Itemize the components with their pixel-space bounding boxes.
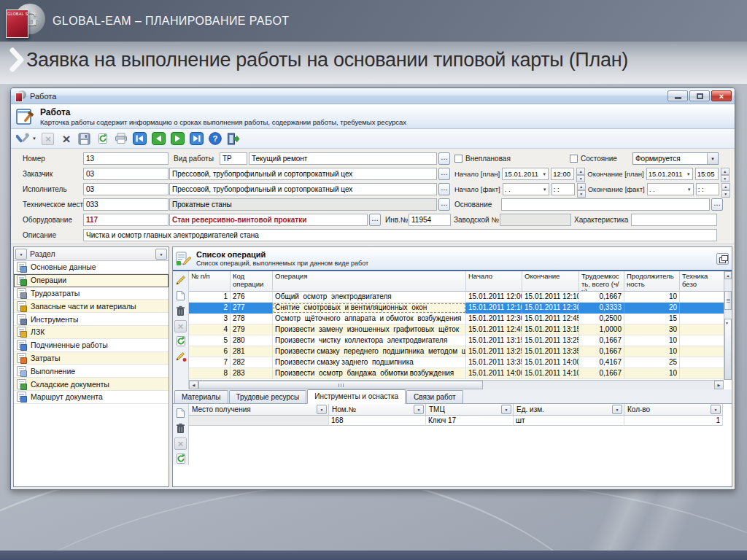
sidebar-item-5[interactable]: ЛЗК <box>14 326 169 339</box>
operation-row-1[interactable]: 1276Общий осмотр электродвигателя15.01.2… <box>189 292 725 303</box>
time-spinner[interactable]: ▲▼ <box>721 183 730 195</box>
field-opisanie[interactable]: Чистка и осмотр главных электродвигателе… <box>83 229 717 241</box>
filter-dropdown-button[interactable]: ▼ <box>711 405 721 414</box>
sidebar-item-8[interactable]: Выполнение <box>14 365 169 378</box>
tab-2[interactable]: Инструменты и оснастка <box>307 389 406 404</box>
field-vid-raboty-name[interactable]: Текущий ремонт <box>249 152 437 165</box>
sidebar-item-9[interactable]: Складские документы <box>14 378 169 391</box>
scroll-left-button[interactable]: ◀ <box>189 381 198 389</box>
refresh-icon[interactable] <box>96 131 109 146</box>
time-spinner[interactable]: ▲▼ <box>577 183 586 195</box>
okonchanie-fakt-date[interactable]: . .▼ <box>647 183 694 195</box>
okonchanie-fakt-time[interactable]: : : <box>696 183 719 195</box>
okonchanie-plan-date[interactable]: 15.01.2011▼ <box>646 168 693 180</box>
field-vid-raboty-code[interactable]: ТР <box>220 152 247 165</box>
sidebar-item-6[interactable]: Подчиненные работы <box>14 339 169 352</box>
tree-dropdown-left[interactable]: ▼ <box>15 249 27 260</box>
operation-row-3[interactable]: 3278Осмотр щёточного аппарата и обмоток … <box>189 314 725 324</box>
operations-column-header-4[interactable]: Окончание <box>522 271 579 292</box>
nav-next-icon[interactable] <box>171 131 185 146</box>
field-tech-mesto-code[interactable]: 033 <box>83 198 169 211</box>
scroll-down-button[interactable]: ▼ <box>724 319 732 380</box>
exit-icon[interactable] <box>227 131 240 146</box>
sidebar-item-3[interactable]: Запасные части и материалы <box>14 300 169 313</box>
tab-1[interactable]: Трудовые ресурсы <box>229 390 307 403</box>
operation-row-5[interactable]: 5280Произвести чистку коллектора электро… <box>189 335 725 346</box>
operation-row-4[interactable]: 4279Произвести замену изношенных графито… <box>189 324 725 335</box>
field-zavodskoy[interactable] <box>500 214 571 226</box>
delete-row-icon[interactable] <box>174 421 187 435</box>
sidebar-item-2[interactable]: Трудозатраты <box>14 287 169 300</box>
operations-column-header-2[interactable]: Операция <box>273 271 466 292</box>
sidebar-item-1[interactable]: Операции <box>14 274 169 287</box>
tools-column-header-2[interactable]: ТМЦ▼ <box>426 404 514 416</box>
combo-arrow-icon[interactable]: ▼ <box>686 172 691 176</box>
time-spinner[interactable]: ▲▼ <box>576 168 585 180</box>
nav-first-icon[interactable] <box>133 131 147 146</box>
horizontal-scrollbar[interactable]: ◀ ▶ <box>189 380 724 389</box>
field-tech-mesto-name[interactable]: Прокатные станы <box>169 198 437 211</box>
filter-dropdown-button[interactable]: ▼ <box>501 405 511 414</box>
delete-icon[interactable]: × <box>60 131 73 146</box>
tools-column-header-3[interactable]: Ед. изм.▼ <box>514 404 624 416</box>
okonchanie-plan-time[interactable]: 15:05 <box>695 168 719 180</box>
field-oborudovanie-name[interactable]: Стан реверсивно-винтовой прокатки <box>169 214 368 226</box>
field-osnovanie[interactable] <box>501 198 710 211</box>
filter-dropdown-button[interactable]: ▼ <box>612 405 622 414</box>
operations-column-header-7[interactable]: Техника безо <box>680 271 725 292</box>
zakazchik-picker-button[interactable]: … <box>438 168 450 180</box>
field-inv[interactable]: 11954 <box>409 214 451 226</box>
ispolnitel-picker-button[interactable]: … <box>438 183 450 195</box>
vneplanovaya-checkbox[interactable] <box>454 155 462 163</box>
nachalo-plan-date[interactable]: 15.01.2011▼ <box>502 168 549 180</box>
tools-column-header-4[interactable]: Кол-во▼ <box>624 404 723 416</box>
tab-3[interactable]: Связи работ <box>406 390 463 403</box>
operation-row-8[interactable]: 8283Произвести осмотр бандажа обмотки во… <box>189 368 725 379</box>
operations-column-header-1[interactable]: Код операции <box>231 271 273 292</box>
nav-prev-icon[interactable] <box>152 131 166 146</box>
close-button[interactable]: × <box>711 90 732 101</box>
nachalo-plan-time[interactable]: 12:00 <box>551 168 574 180</box>
field-kharakteristika[interactable] <box>631 214 717 226</box>
sidebar-item-0[interactable]: Основные данные <box>14 261 169 274</box>
sidebar-item-4[interactable]: Инструменты <box>14 313 169 326</box>
field-nomer[interactable]: 13 <box>83 152 169 165</box>
osnovanie-picker-button[interactable]: … <box>711 198 723 211</box>
operations-column-header-3[interactable]: Начало <box>466 271 522 292</box>
combo-arrow-icon[interactable]: ▼ <box>543 187 547 192</box>
operation-row-6[interactable]: 6281Произвести смазку переднего подшипни… <box>189 346 725 357</box>
delete-row-icon[interactable] <box>174 304 187 317</box>
help-icon[interactable]: ? <box>209 131 222 146</box>
nav-last-icon[interactable] <box>190 131 204 146</box>
window-titlebar[interactable]: Работа × <box>11 88 735 104</box>
nachalo-fakt-time[interactable]: : : <box>551 183 575 195</box>
vertical-scrollbar[interactable]: ▲ ▼ <box>724 271 732 380</box>
sidebar-item-7[interactable]: Затраты <box>14 352 169 365</box>
edit-cell-icon[interactable] <box>174 350 187 363</box>
add-row-icon[interactable] <box>174 289 187 302</box>
oborudovanie-picker-button[interactable]: … <box>369 214 381 226</box>
edit-operation-icon[interactable] <box>174 273 187 287</box>
sidebar-item-10[interactable]: Маршрут документа <box>14 391 169 404</box>
field-ispolnitel-name[interactable]: Прессовой, трубопрофильный и сортопрокат… <box>169 183 437 195</box>
scroll-right-button[interactable]: ▶ <box>714 381 724 389</box>
maximize-button[interactable] <box>689 90 710 101</box>
vertical-scroll-thumb[interactable] <box>724 291 732 310</box>
status-combobox[interactable]: Формируется ▼ <box>632 152 719 165</box>
tab-0[interactable]: Материалы <box>174 390 228 403</box>
sostoyanie-checkbox[interactable] <box>570 155 578 163</box>
time-spinner[interactable]: ▲▼ <box>721 168 729 180</box>
combo-arrow-icon[interactable]: ▼ <box>707 153 718 164</box>
tools-menu-icon[interactable]: ▼ <box>16 131 36 146</box>
tools-column-header-0[interactable]: Место получения▼ <box>189 404 329 416</box>
operation-row-7[interactable]: 7282Произвести смазку заднего подшипника… <box>189 357 725 368</box>
operations-column-header-5[interactable]: Трудоемкость, всего (ч/ч) <box>579 271 624 292</box>
scroll-up-button[interactable]: ▲ <box>724 271 732 279</box>
minimize-button[interactable] <box>667 90 688 101</box>
horizontal-scroll-thumb[interactable] <box>198 381 483 389</box>
vid-raboty-picker-button[interactable]: … <box>438 152 450 165</box>
tree-dropdown-right[interactable]: ▼ <box>155 249 167 260</box>
operations-column-header-0[interactable]: № п/п <box>189 271 231 292</box>
field-ispolnitel-code[interactable]: 03 <box>83 183 169 195</box>
field-zakazchik-name[interactable]: Прессовой, трубопрофильный и сортопрокат… <box>169 168 437 180</box>
